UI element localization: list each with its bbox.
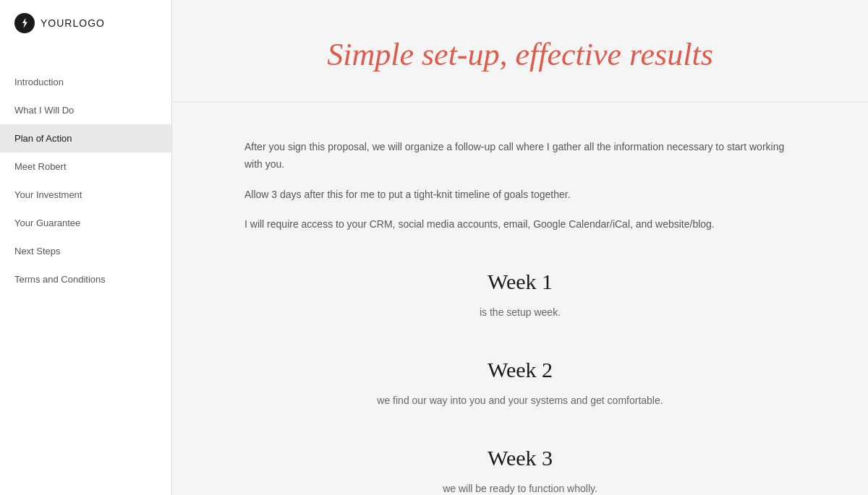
sidebar-item-plan-of-action[interactable]: Plan of Action xyxy=(0,124,171,152)
hero-section: Simple set-up, effective results xyxy=(172,0,868,103)
sidebar-item-meet-robert[interactable]: Meet Robert xyxy=(0,152,171,181)
week-desc-2: we find our way into you and your system… xyxy=(244,392,796,410)
logo-text: YOURLOGO xyxy=(41,17,105,29)
week-desc-3: we will be ready to function wholly. xyxy=(244,481,796,495)
content-body: After you sign this proposal, we will or… xyxy=(172,103,868,495)
week-title-3: Week 3 xyxy=(244,446,796,470)
intro-paragraph-1: After you sign this proposal, we will or… xyxy=(244,139,796,173)
week-section-3: Week 3we will be ready to function wholl… xyxy=(244,446,796,495)
week-title-2: Week 2 xyxy=(244,358,796,382)
sidebar: YOURLOGO IntroductionWhat I Will DoPlan … xyxy=(0,0,172,495)
sidebar-item-next-steps[interactable]: Next Steps xyxy=(0,237,171,265)
logo-bold: YOUR xyxy=(41,17,72,29)
week-title-1: Week 1 xyxy=(244,270,796,294)
intro-paragraphs: After you sign this proposal, we will or… xyxy=(244,139,796,233)
week-section-1: Week 1is the setup week. xyxy=(244,270,796,322)
week-desc-1: is the setup week. xyxy=(244,304,796,322)
logo-area: YOURLOGO xyxy=(0,0,171,46)
logo-icon xyxy=(14,13,35,33)
logo-normal: LOGO xyxy=(72,17,104,29)
week-section-2: Week 2we find our way into you and your … xyxy=(244,358,796,410)
sidebar-item-introduction[interactable]: Introduction xyxy=(0,68,171,96)
intro-paragraph-2: Allow 3 days after this for me to put a … xyxy=(244,186,796,204)
nav-menu: IntroductionWhat I Will DoPlan of Action… xyxy=(0,68,171,293)
hero-title: Simple set-up, effective results xyxy=(230,36,810,73)
sidebar-item-terms-and-conditions[interactable]: Terms and Conditions xyxy=(0,265,171,293)
main-content: Simple set-up, effective results After y… xyxy=(172,0,868,495)
intro-paragraph-3: I will require access to your CRM, socia… xyxy=(244,216,796,233)
sidebar-item-what-i-will-do[interactable]: What I Will Do xyxy=(0,96,171,124)
week-sections: Week 1is the setup week.Week 2we find ou… xyxy=(244,270,796,495)
sidebar-item-your-investment[interactable]: Your Investment xyxy=(0,181,171,209)
lightning-bolt-icon xyxy=(20,18,30,28)
sidebar-item-your-guarantee[interactable]: Your Guarantee xyxy=(0,209,171,237)
svg-marker-0 xyxy=(22,18,27,28)
